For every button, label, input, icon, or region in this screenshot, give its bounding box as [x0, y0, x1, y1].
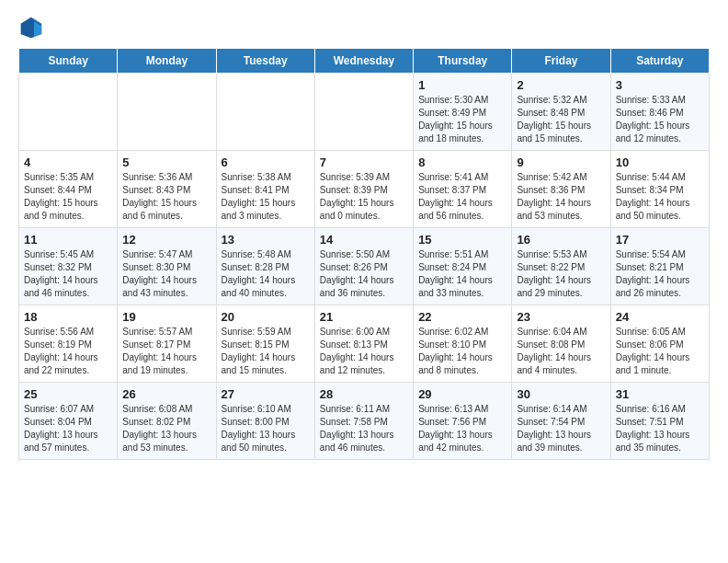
day-info: Sunrise: 6:08 AM Sunset: 8:02 PM Dayligh…	[122, 403, 210, 454]
calendar-cell: 2Sunrise: 5:32 AM Sunset: 8:48 PM Daylig…	[512, 74, 610, 151]
calendar-cell: 26Sunrise: 6:08 AM Sunset: 8:02 PM Dayli…	[118, 383, 216, 460]
logo-icon	[18, 15, 44, 40]
calendar-week-row: 25Sunrise: 6:07 AM Sunset: 8:04 PM Dayli…	[19, 383, 710, 460]
calendar-cell: 13Sunrise: 5:48 AM Sunset: 8:28 PM Dayli…	[216, 228, 314, 305]
day-info: Sunrise: 5:44 AM Sunset: 8:34 PM Dayligh…	[616, 171, 704, 223]
day-number: 8	[418, 155, 506, 169]
day-number: 23	[517, 310, 605, 324]
day-info: Sunrise: 6:00 AM Sunset: 8:13 PM Dayligh…	[320, 326, 408, 377]
day-info: Sunrise: 5:51 AM Sunset: 8:24 PM Dayligh…	[418, 248, 506, 300]
day-info: Sunrise: 6:11 AM Sunset: 7:58 PM Dayligh…	[320, 403, 408, 454]
day-info: Sunrise: 5:38 AM Sunset: 8:41 PM Dayligh…	[222, 171, 310, 223]
calendar-cell: 27Sunrise: 6:10 AM Sunset: 8:00 PM Dayli…	[216, 383, 314, 460]
day-number: 10	[616, 155, 704, 169]
day-info: Sunrise: 5:33 AM Sunset: 8:46 PM Dayligh…	[616, 94, 704, 145]
day-number: 13	[222, 233, 310, 247]
calendar-cell	[216, 74, 314, 151]
calendar-week-row: 18Sunrise: 5:56 AM Sunset: 8:19 PM Dayli…	[19, 305, 710, 383]
calendar-cell: 4Sunrise: 5:35 AM Sunset: 8:44 PM Daylig…	[19, 151, 118, 228]
day-number: 18	[24, 310, 112, 324]
calendar-cell: 11Sunrise: 5:45 AM Sunset: 8:32 PM Dayli…	[19, 228, 118, 305]
calendar-week-row: 4Sunrise: 5:35 AM Sunset: 8:44 PM Daylig…	[19, 151, 710, 228]
day-number: 20	[222, 310, 310, 324]
calendar-cell: 12Sunrise: 5:47 AM Sunset: 8:30 PM Dayli…	[118, 228, 216, 305]
calendar-cell: 31Sunrise: 6:16 AM Sunset: 7:51 PM Dayli…	[610, 383, 709, 460]
day-number: 29	[418, 387, 506, 401]
weekday-header: Tuesday	[216, 49, 314, 74]
calendar-cell: 16Sunrise: 5:53 AM Sunset: 8:22 PM Dayli…	[512, 228, 610, 305]
day-number: 15	[418, 233, 506, 247]
day-number: 7	[320, 155, 408, 169]
calendar-cell: 19Sunrise: 5:57 AM Sunset: 8:17 PM Dayli…	[118, 305, 216, 383]
calendar-cell: 8Sunrise: 5:41 AM Sunset: 8:37 PM Daylig…	[414, 151, 512, 228]
calendar-table: SundayMondayTuesdayWednesdayThursdayFrid…	[18, 48, 710, 460]
calendar-cell: 18Sunrise: 5:56 AM Sunset: 8:19 PM Dayli…	[19, 305, 118, 383]
calendar-cell: 30Sunrise: 6:14 AM Sunset: 7:54 PM Dayli…	[512, 383, 610, 460]
day-info: Sunrise: 5:45 AM Sunset: 8:32 PM Dayligh…	[24, 248, 112, 300]
day-info: Sunrise: 5:36 AM Sunset: 8:43 PM Dayligh…	[122, 171, 210, 223]
day-info: Sunrise: 5:50 AM Sunset: 8:26 PM Dayligh…	[320, 248, 408, 300]
calendar-cell: 7Sunrise: 5:39 AM Sunset: 8:39 PM Daylig…	[314, 151, 413, 228]
day-info: Sunrise: 5:42 AM Sunset: 8:36 PM Dayligh…	[517, 171, 605, 223]
svg-marker-2	[21, 17, 34, 38]
day-info: Sunrise: 6:07 AM Sunset: 8:04 PM Dayligh…	[24, 403, 112, 454]
calendar-cell	[19, 74, 118, 151]
day-number: 14	[320, 233, 408, 247]
calendar-cell: 25Sunrise: 6:07 AM Sunset: 8:04 PM Dayli…	[19, 383, 118, 460]
header	[18, 15, 710, 40]
day-number: 5	[122, 155, 210, 169]
day-info: Sunrise: 5:47 AM Sunset: 8:30 PM Dayligh…	[122, 248, 210, 300]
day-number: 31	[616, 387, 704, 401]
calendar-cell: 9Sunrise: 5:42 AM Sunset: 8:36 PM Daylig…	[512, 151, 610, 228]
weekday-header: Wednesday	[314, 49, 413, 74]
calendar-cell: 15Sunrise: 5:51 AM Sunset: 8:24 PM Dayli…	[414, 228, 512, 305]
calendar-cell: 24Sunrise: 6:05 AM Sunset: 8:06 PM Dayli…	[610, 305, 709, 383]
day-number: 6	[222, 155, 310, 169]
logo	[18, 15, 48, 40]
day-info: Sunrise: 6:05 AM Sunset: 8:06 PM Dayligh…	[616, 326, 704, 377]
day-number: 9	[517, 155, 605, 169]
day-number: 1	[418, 78, 506, 92]
day-info: Sunrise: 5:30 AM Sunset: 8:49 PM Dayligh…	[418, 94, 506, 145]
calendar-cell: 28Sunrise: 6:11 AM Sunset: 7:58 PM Dayli…	[314, 383, 413, 460]
day-number: 28	[320, 387, 408, 401]
weekday-header: Sunday	[19, 49, 118, 74]
day-number: 4	[24, 155, 112, 169]
calendar-cell	[118, 74, 216, 151]
calendar-cell: 10Sunrise: 5:44 AM Sunset: 8:34 PM Dayli…	[610, 151, 709, 228]
day-info: Sunrise: 5:54 AM Sunset: 8:21 PM Dayligh…	[616, 248, 704, 300]
day-number: 11	[24, 233, 112, 247]
day-info: Sunrise: 5:57 AM Sunset: 8:17 PM Dayligh…	[122, 326, 210, 377]
calendar-cell: 21Sunrise: 6:00 AM Sunset: 8:13 PM Dayli…	[314, 305, 413, 383]
day-number: 24	[616, 310, 704, 324]
calendar-week-row: 1Sunrise: 5:30 AM Sunset: 8:49 PM Daylig…	[19, 74, 710, 151]
calendar-cell: 23Sunrise: 6:04 AM Sunset: 8:08 PM Dayli…	[512, 305, 610, 383]
calendar-cell: 6Sunrise: 5:38 AM Sunset: 8:41 PM Daylig…	[216, 151, 314, 228]
day-number: 25	[24, 387, 112, 401]
calendar-cell: 14Sunrise: 5:50 AM Sunset: 8:26 PM Dayli…	[314, 228, 413, 305]
day-info: Sunrise: 5:48 AM Sunset: 8:28 PM Dayligh…	[222, 248, 310, 300]
weekday-header: Saturday	[610, 49, 709, 74]
calendar-cell: 5Sunrise: 5:36 AM Sunset: 8:43 PM Daylig…	[118, 151, 216, 228]
day-number: 16	[517, 233, 605, 247]
day-number: 21	[320, 310, 408, 324]
day-number: 26	[122, 387, 210, 401]
day-info: Sunrise: 6:10 AM Sunset: 8:00 PM Dayligh…	[222, 403, 310, 454]
calendar-cell: 3Sunrise: 5:33 AM Sunset: 8:46 PM Daylig…	[610, 74, 709, 151]
weekday-header-row: SundayMondayTuesdayWednesdayThursdayFrid…	[19, 49, 710, 74]
day-info: Sunrise: 6:04 AM Sunset: 8:08 PM Dayligh…	[517, 326, 605, 377]
day-number: 3	[616, 78, 704, 92]
weekday-header: Thursday	[414, 49, 512, 74]
day-info: Sunrise: 5:56 AM Sunset: 8:19 PM Dayligh…	[24, 326, 112, 377]
day-number: 30	[517, 387, 605, 401]
day-info: Sunrise: 6:16 AM Sunset: 7:51 PM Dayligh…	[616, 403, 704, 454]
calendar-cell: 22Sunrise: 6:02 AM Sunset: 8:10 PM Dayli…	[414, 305, 512, 383]
calendar-cell: 29Sunrise: 6:13 AM Sunset: 7:56 PM Dayli…	[414, 383, 512, 460]
day-number: 2	[517, 78, 605, 92]
day-info: Sunrise: 6:13 AM Sunset: 7:56 PM Dayligh…	[418, 403, 506, 454]
day-number: 19	[122, 310, 210, 324]
day-number: 17	[616, 233, 704, 247]
day-number: 22	[418, 310, 506, 324]
calendar-week-row: 11Sunrise: 5:45 AM Sunset: 8:32 PM Dayli…	[19, 228, 710, 305]
day-info: Sunrise: 5:35 AM Sunset: 8:44 PM Dayligh…	[24, 171, 112, 223]
